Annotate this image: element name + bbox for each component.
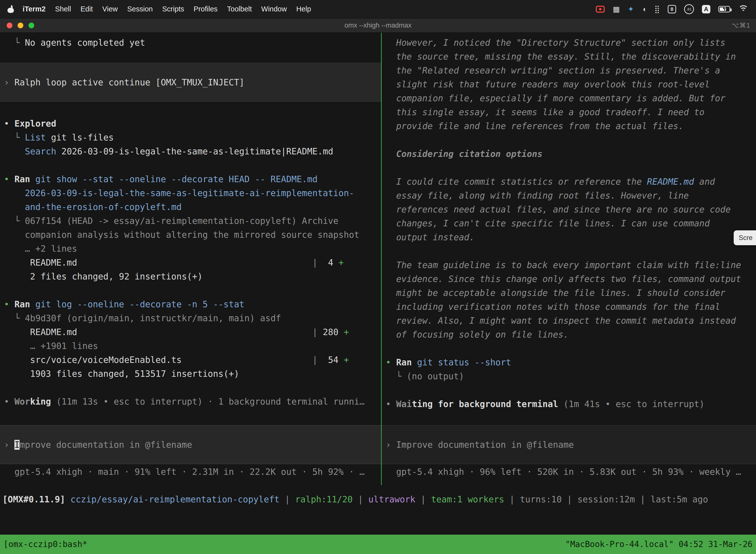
text-run: No agents completed yet <box>25 38 145 48</box>
explored-item-search: Search 2026-03-09-is-legal-the-same-as-l… <box>0 145 381 158</box>
text-run: provide file and line references from th… <box>386 121 684 131</box>
menu-item-toolbelt[interactable]: Toolbelt <box>222 5 256 13</box>
terminal-line: However, I noticed the "Directory Struct… <box>382 36 756 50</box>
terminal-line: … +2 lines <box>0 242 381 256</box>
text-run: mprove documentation in @filename <box>19 440 192 450</box>
key-8-icon[interactable]: 8 <box>668 5 676 13</box>
zoom-button[interactable] <box>28 22 34 28</box>
text-run: I could cite commit statistics or refere… <box>386 177 647 187</box>
screen-recording-icon[interactable] <box>596 6 605 13</box>
terminal-line: └ 067f154 (HEAD -> essay/ai-reimplementa… <box>0 214 381 228</box>
text-run: review. Also, I might want to inspect th… <box>386 316 736 326</box>
pane-right[interactable]: However, I noticed the "Directory Struct… <box>382 33 756 485</box>
prompt-input[interactable]: › Improve documentation in @filename <box>0 425 381 464</box>
battery-icon[interactable]: ϟ <box>718 6 730 12</box>
text-run: Considering citation options <box>386 149 543 159</box>
text-run: Explored <box>14 119 56 128</box>
text-run: • <box>4 397 14 406</box>
menu-status-icons: ▦✦◖⣿8.61Aϟ <box>596 4 756 14</box>
menu-bar: iTerm2ShellEditViewSessionScriptsProfile… <box>0 0 756 18</box>
text-run: ting for background terminal <box>412 399 558 409</box>
blank-line <box>382 133 756 147</box>
tmux-host-clock-label: "MacBook-Pro-44.local" 04:52 31-Mar-26 <box>565 535 753 554</box>
terminal-line: README.md | 4 + <box>0 256 381 270</box>
terminal-line: and-the-erosion-of-copyleft.md <box>0 200 381 214</box>
text-run: … +2 lines <box>4 244 77 254</box>
terminal-line: references need actual files, and since … <box>382 203 756 216</box>
text-run: (11m 13s • esc to interrupt) · 1 backgro… <box>51 397 365 406</box>
text-run: of focusing solely on file lines. <box>386 330 569 340</box>
text-run: (no output) <box>406 371 464 381</box>
text-run: cczip/essay/ai-reimplementation-copyleft <box>70 494 279 504</box>
traffic-lights <box>0 22 34 28</box>
terminal-line: companion analysis without altering the … <box>0 228 381 242</box>
text-run: git show --stat --oneline --decorate HEA… <box>35 174 317 184</box>
menu-item-session[interactable]: Session <box>123 5 158 13</box>
text-run: team:1 workers <box>431 494 504 504</box>
text-run: git log --oneline --decorate -n 5 --stat <box>35 299 244 309</box>
terminal-line: companion file, especially if more comme… <box>382 91 756 105</box>
text-run: ultrawork <box>368 494 416 504</box>
terminal-line: 1903 files changed, 513517 insertions(+) <box>0 367 381 381</box>
text-run: companion file, especially if more comme… <box>386 93 726 103</box>
window-grid-icon[interactable]: ▦ <box>613 5 620 13</box>
text-run: | <box>312 258 317 268</box>
text-run <box>182 355 312 365</box>
text-run: (1m 41s • esc to interrupt) <box>558 399 704 409</box>
apple-menu-icon[interactable] <box>7 5 14 13</box>
blank-line <box>0 283 381 297</box>
text-run: git status --short <box>417 357 511 367</box>
text-run: 54 <box>317 355 343 365</box>
blue-app-icon[interactable]: ✦ <box>628 5 634 13</box>
text-run: | <box>353 494 368 504</box>
terminal-line: provide file and line references from th… <box>382 119 756 133</box>
menu-item-shell[interactable]: Shell <box>50 5 76 13</box>
text-run: • <box>4 174 14 184</box>
text-run: 4 <box>317 258 338 268</box>
omx-status-bar: [OMX#0.11.9] cczip/essay/ai-reimplementa… <box>0 492 756 506</box>
menu-item-view[interactable]: View <box>98 5 122 13</box>
prompt-input-right[interactable]: › Improve documentation in @filename <box>382 425 756 464</box>
text-run <box>77 327 312 337</box>
text-run: 1903 files changed, 513517 insertions(+) <box>4 369 239 379</box>
close-button[interactable] <box>7 22 12 28</box>
terminal-line: of focusing solely on file lines. <box>382 328 756 341</box>
menu-item-profiles[interactable]: Profiles <box>189 5 223 13</box>
text-run: essay file, along with finding root file… <box>386 190 689 201</box>
terminal-line: README.md | 280 + <box>0 325 381 339</box>
minimize-button[interactable] <box>18 22 23 28</box>
blank-line <box>0 381 381 395</box>
text-run: Ran <box>14 174 35 184</box>
text-run: • <box>386 399 396 409</box>
text-run: • <box>386 357 396 367</box>
menu-item-scripts[interactable]: Scripts <box>158 5 189 13</box>
dots-grid-icon[interactable]: ⣿ <box>654 5 660 13</box>
text-run: › <box>4 77 14 88</box>
text-run: turns:10 <box>520 494 562 504</box>
pane-left[interactable]: └ No agents completed yet› Ralph loop ac… <box>0 33 381 485</box>
text-run: 2026-03-09-is-legal-the-same-as-legitima… <box>56 147 333 156</box>
terminal-line: the source tree, missing the essay. Stil… <box>382 50 756 63</box>
wifi-icon[interactable] <box>738 5 749 13</box>
terminal-line: I could cite commit statistics or refere… <box>382 175 756 189</box>
menu-item-iterm2[interactable]: iTerm2 <box>18 5 50 13</box>
text-run: README.md <box>4 327 77 337</box>
text-run: changes, I can't cite specific file line… <box>386 218 710 228</box>
screen-share-tab[interactable]: Scre <box>734 230 756 245</box>
terminal-line: src/voice/voiceModeEnabled.ts | 54 + <box>0 353 381 367</box>
menu-item-help[interactable]: Help <box>292 5 316 13</box>
explored-item-list: └ List git ls-files <box>0 130 381 145</box>
menu-item-edit[interactable]: Edit <box>76 5 98 13</box>
text-run <box>77 258 312 268</box>
menu-item-window[interactable]: Window <box>256 5 292 13</box>
text-run: • <box>4 119 14 128</box>
dark-app-icon[interactable]: ◖ <box>642 5 646 13</box>
text-run: Ran <box>396 357 417 367</box>
explored-header: • Explored <box>0 117 381 130</box>
text-run: └ <box>4 132 25 143</box>
blank-line <box>0 103 381 117</box>
text-run <box>4 147 25 156</box>
text-run: | <box>279 494 295 504</box>
battery-gauge-icon[interactable]: .61 <box>684 4 694 14</box>
input-source-icon[interactable]: A <box>702 5 710 13</box>
